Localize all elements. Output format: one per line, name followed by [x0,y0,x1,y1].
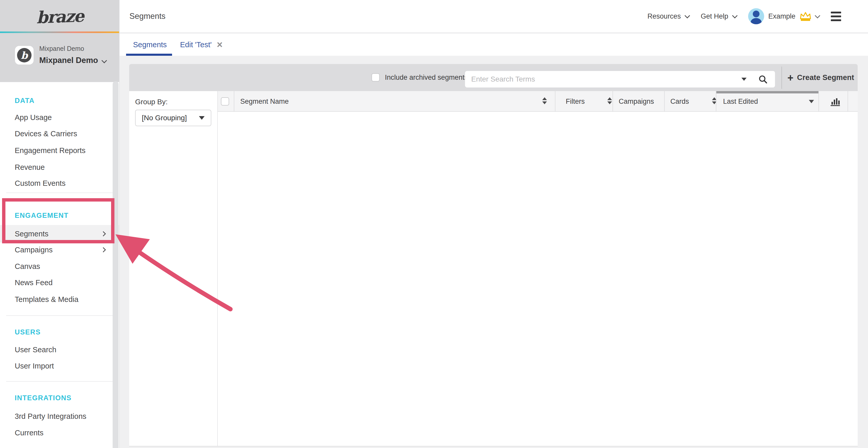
brand-header: braze [0,0,120,33]
sidebar-section-engagement: ENGAGEMENT [15,207,69,224]
include-archived-label: Include archived segments [385,64,468,91]
tab-edit-test-label: Edit 'Test' [180,40,212,49]
tab-bar: Segments Edit 'Test' × [120,34,868,56]
top-header: Segments Resources Get Help Example [120,0,868,33]
create-segment-button[interactable]: + Create Segment [787,64,854,91]
create-segment-label: Create Segment [797,73,854,82]
column-label: Segment Name [240,98,289,106]
chevron-right-icon [101,226,105,242]
sidebar-item-user-search[interactable]: User Search [15,341,56,358]
divider [6,315,113,316]
segments-content-card: Include archived segments + Create Segme… [129,64,858,446]
column-label: Filters [566,98,585,106]
column-divider [234,91,234,112]
dropdown-arrow-icon [199,116,205,120]
sidebar-section-integrations: INTEGRATIONS [15,390,71,406]
sidebar-item-devices-carriers[interactable]: Devices & Carriers [15,126,77,142]
segment-search [465,71,775,88]
crown-icon [800,11,811,22]
sidebar-scrollbar[interactable] [113,81,119,448]
sidebar-item-revenue[interactable]: Revenue [15,159,45,175]
sidebar-item-custom-events[interactable]: Custom Events [15,175,66,192]
sidebar-item-canvas[interactable]: Canvas [15,258,40,275]
workspace-name: Mixpanel Demo [39,56,98,65]
column-divider [716,91,716,112]
sidebar-item-segments[interactable]: Segments [15,226,49,242]
column-divider [818,91,819,112]
workspace-selector[interactable]: b Mixpanel Demo Mixpanel Demo [0,33,120,82]
column-header-analytics[interactable] [826,91,844,112]
chevron-right-icon [101,242,105,258]
toolbar-divider [781,67,782,89]
chevron-down-icon [732,13,738,18]
resources-label: Resources [647,12,681,21]
tab-edit-test[interactable]: Edit 'Test' × [180,34,223,56]
close-icon[interactable]: × [217,40,222,49]
sidebar-item-campaigns[interactable]: Campaigns [15,242,53,258]
get-help-label: Get Help [701,12,728,21]
bar-chart-icon [829,96,840,107]
sidebar-section-users: USERS [15,324,41,340]
group-by-select[interactable]: [No Grouping] [135,110,211,126]
select-all-checkbox-cell [221,91,229,112]
column-divider [664,91,665,112]
workspace-avatar: b [15,46,34,65]
group-by-label: Group By: [135,98,168,106]
search-dropdown-arrow-icon[interactable] [741,78,747,81]
column-header-campaigns[interactable]: Campaigns [619,91,654,112]
sort-icon[interactable] [542,97,547,104]
active-tab-underline [126,54,172,56]
sort-desc-icon[interactable] [809,100,814,103]
column-divider [555,91,555,112]
chevron-down-icon [685,13,690,18]
get-help-menu[interactable]: Get Help [701,12,737,21]
column-header-cards[interactable]: Cards [671,91,689,112]
sidebar-right-border [119,0,120,448]
select-all-checkbox[interactable] [221,97,229,106]
column-header-segment-name[interactable]: Segment Name [240,91,289,112]
sidebar-item-engagement-reports[interactable]: Engagement Reports [15,142,86,159]
tab-segments[interactable]: Segments [133,34,167,56]
group-by-panel: Group By: [No Grouping] [129,91,218,446]
chevron-down-icon [815,13,820,18]
divider [6,193,113,193]
chevron-down-icon [101,58,107,63]
column-divider [847,91,848,112]
column-label: Campaigns [619,98,654,106]
include-archived-checkbox[interactable] [371,73,380,81]
column-divider [613,91,613,112]
user-menu[interactable]: Example [748,8,819,24]
plus-icon: + [787,72,793,83]
search-input[interactable] [465,75,741,83]
sidebar-item-currents[interactable]: Currents [15,424,43,441]
user-name: Example [768,12,796,21]
sidebar-item-news-feed[interactable]: News Feed [15,274,53,291]
sidebar-item-app-usage[interactable]: App Usage [15,109,52,126]
tab-segments-label: Segments [133,40,167,49]
segments-table-header: Segment Name Filters Campaigns Cards Las… [218,91,858,112]
sidebar-item-templates-media[interactable]: Templates & Media [15,291,79,308]
column-label: Cards [671,98,689,106]
braze-logo: braze [36,6,84,27]
column-header-last-edited[interactable]: Last Edited [723,91,758,112]
workspace-company: Mixpanel Demo [39,45,84,53]
user-avatar-icon [748,8,764,24]
sidebar-nav: DATA App Usage Devices & Carriers Engage… [0,82,120,448]
page-title: Segments [129,12,165,21]
sidebar-item-user-import[interactable]: User Import [15,358,54,374]
divider [6,381,113,382]
segments-toolbar: Include archived segments + Create Segme… [129,64,858,91]
sort-icon[interactable] [607,97,612,104]
hamburger-menu-icon[interactable] [831,12,841,21]
braze-mark-icon: b [17,48,32,63]
column-label: Last Edited [723,98,758,106]
group-by-value: [No Grouping] [142,114,187,122]
search-icon[interactable] [758,74,768,84]
sidebar-item-3rd-party-integrations[interactable]: 3rd Party Integrations [15,408,86,424]
resources-menu[interactable]: Resources [647,12,689,21]
column-header-filters[interactable]: Filters [566,91,585,112]
sidebar-section-data: DATA [15,92,35,109]
